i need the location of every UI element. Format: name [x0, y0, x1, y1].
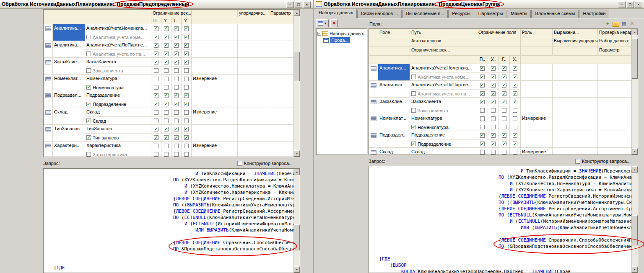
field-name-cell[interactable]: Номенклат...	[378, 114, 410, 131]
field-restriction-checkbox[interactable]: ✓	[164, 60, 169, 64]
field-path-cell[interactable]: ЗаказКлиентаЗаказ клиента	[410, 98, 477, 114]
scroll-thumb[interactable]	[294, 52, 300, 81]
attr-restriction-checkbox[interactable]: ✓	[502, 75, 506, 79]
tab-5[interactable]: Параметры	[475, 10, 507, 18]
col-header-p[interactable]: П..	[151, 17, 161, 24]
attr-restriction-checkbox[interactable]	[164, 152, 169, 157]
field-restriction-checkbox[interactable]: ✓	[491, 83, 496, 88]
field-path-cell[interactable]: АналитикаУчетаНоменкла...Аналитика учета…	[85, 24, 151, 41]
field-restriction-checkbox[interactable]: ✓	[491, 133, 496, 138]
attr-restriction-checkbox[interactable]: ✓	[491, 75, 496, 79]
scroll-thumb[interactable]	[632, 215, 638, 245]
field-path-cell[interactable]: АналитикаУчетаПоПартне...Аналитика учета…	[410, 81, 477, 97]
role-cell[interactable]	[192, 24, 238, 41]
field-restriction-checkbox[interactable]	[164, 110, 169, 115]
attr-restriction-checkbox[interactable]: ✓	[174, 102, 179, 106]
scroll-up-button[interactable]: ▲	[632, 166, 638, 173]
field-restriction-checkbox[interactable]	[480, 150, 485, 155]
tab-8[interactable]: Настройки	[579, 10, 609, 18]
role-cell[interactable]	[521, 64, 553, 80]
field-restriction-checkbox[interactable]: ✓	[164, 26, 169, 31]
field-restriction-checkbox[interactable]: ✓	[174, 127, 179, 131]
tree-root-item[interactable]: − Наборы данных	[317, 30, 366, 37]
attr-restriction-checkbox[interactable]: ✓	[154, 135, 158, 140]
field-marker-cell[interactable]	[44, 24, 53, 41]
role-cell[interactable]: Измерение	[521, 148, 553, 155]
field-name-cell[interactable]: Аналитика...	[378, 64, 410, 80]
col-header-expr[interactable]: Выражени...	[553, 29, 598, 37]
scroll-track[interactable]	[632, 35, 638, 148]
field-restriction-checkbox[interactable]: ✓	[502, 133, 506, 138]
col-header-role[interactable]: Роль	[521, 29, 553, 37]
title-checkbox[interactable]: ✓	[86, 85, 91, 90]
scroll-up-button[interactable]: ▲	[632, 29, 638, 35]
right-titlebar[interactable]: Обработка ИсточникиДанныхПланирования: П…	[314, 0, 644, 9]
field-marker-cell[interactable]	[44, 142, 53, 157]
delete-dataset-button[interactable]: ✕	[330, 19, 338, 27]
attr-restriction-checkbox[interactable]: ✓	[164, 102, 169, 106]
attr-restriction-checkbox[interactable]: ✓	[184, 52, 189, 56]
attr-restriction-checkbox[interactable]	[164, 85, 169, 90]
attr-restriction-checkbox[interactable]: ✓	[154, 102, 158, 106]
scrollbar[interactable]: ▲▼	[631, 166, 638, 273]
maximize-button[interactable]: □	[295, 1, 302, 8]
col-header-parameter[interactable]: Параметр	[598, 46, 632, 56]
role-cell[interactable]: Измерение	[192, 142, 238, 157]
field-marker-cell[interactable]	[369, 64, 378, 80]
field-path-cell[interactable]: АналитикаУчетаПоПартне...Аналитика учета…	[85, 41, 151, 57]
scroll-down-button[interactable]: ▼	[294, 266, 300, 273]
field-restriction-checkbox[interactable]: ✓	[174, 26, 179, 31]
col-header-u2[interactable]: У..	[182, 17, 192, 24]
title-checkbox[interactable]	[411, 108, 416, 113]
field-restriction-checkbox[interactable]	[491, 150, 496, 155]
attr-restriction-checkbox[interactable]	[174, 118, 179, 123]
scroll-up-button[interactable]: ▲	[294, 169, 300, 175]
col-header-path[interactable]: Путь	[410, 29, 477, 37]
tab-6[interactable]: Макеты	[507, 10, 531, 18]
col-header-autotitle[interactable]: Автозаголовок	[410, 37, 477, 46]
field-restriction-checkbox[interactable]: ✓	[513, 100, 517, 104]
field-restriction-checkbox[interactable]: ✓	[164, 43, 169, 48]
attr-restriction-checkbox[interactable]: ✓	[154, 35, 158, 39]
attr-restriction-checkbox[interactable]: ✓	[513, 75, 517, 79]
col-header-g[interactable]: Г..	[499, 56, 510, 64]
field-restriction-checkbox[interactable]	[184, 77, 189, 81]
scroll-thumb[interactable]	[294, 224, 300, 250]
role-cell[interactable]	[521, 81, 553, 97]
attr-restriction-checkbox[interactable]	[174, 152, 179, 157]
attr-restriction-checkbox[interactable]: ✓	[502, 91, 506, 96]
col-header-field[interactable]: Поле	[378, 29, 410, 37]
close-button[interactable]: ×	[635, 1, 642, 8]
field-name-cell[interactable]: Аналитика...	[53, 24, 85, 41]
field-restriction-checkbox[interactable]: ✓	[513, 133, 517, 138]
field-restriction-checkbox[interactable]	[502, 150, 506, 155]
maximize-button[interactable]: □	[626, 1, 634, 8]
field-path-cell[interactable]: ЗаказКлиентаЗаказ клиента	[85, 58, 151, 74]
title-checkbox[interactable]	[411, 75, 416, 79]
title-checkbox[interactable]	[411, 91, 416, 96]
col-header-parameter[interactable]: Параметр	[269, 10, 294, 17]
attr-restriction-checkbox[interactable]: ✓	[480, 75, 485, 79]
col-header-field-restriction[interactable]: Ограничение поля	[477, 29, 521, 37]
attr-restriction-checkbox[interactable]: ✓	[513, 91, 517, 96]
field-marker-cell[interactable]	[369, 98, 378, 114]
field-name-cell[interactable]: ЗаказКлие...	[53, 58, 85, 74]
col-header-u1[interactable]: У..	[488, 56, 499, 64]
attr-restriction-checkbox[interactable]: ✓	[491, 91, 496, 96]
close-button[interactable]: ×	[303, 1, 311, 8]
field-path-cell[interactable]: Номенклатура✓Номенклатура	[85, 75, 151, 91]
field-restriction-checkbox[interactable]: ✓	[184, 60, 189, 64]
field-restriction-checkbox[interactable]	[502, 116, 506, 121]
field-restriction-checkbox[interactable]: ✓	[480, 133, 485, 138]
attr-restriction-checkbox[interactable]	[513, 125, 517, 129]
attr-restriction-checkbox[interactable]	[154, 68, 158, 73]
attr-restriction-checkbox[interactable]: ✓	[513, 142, 517, 146]
col-header-u2[interactable]: У..	[510, 56, 521, 64]
attr-restriction-checkbox[interactable]	[502, 125, 506, 129]
add-folder-icon[interactable]: +	[613, 22, 619, 27]
title-checkbox[interactable]	[86, 35, 91, 39]
field-marker-cell[interactable]	[44, 125, 53, 141]
col-header-expr2[interactable]: Выражения упорядочив...	[553, 37, 598, 46]
attr-restriction-checkbox[interactable]	[184, 152, 189, 157]
attr-restriction-checkbox[interactable]	[480, 108, 485, 113]
